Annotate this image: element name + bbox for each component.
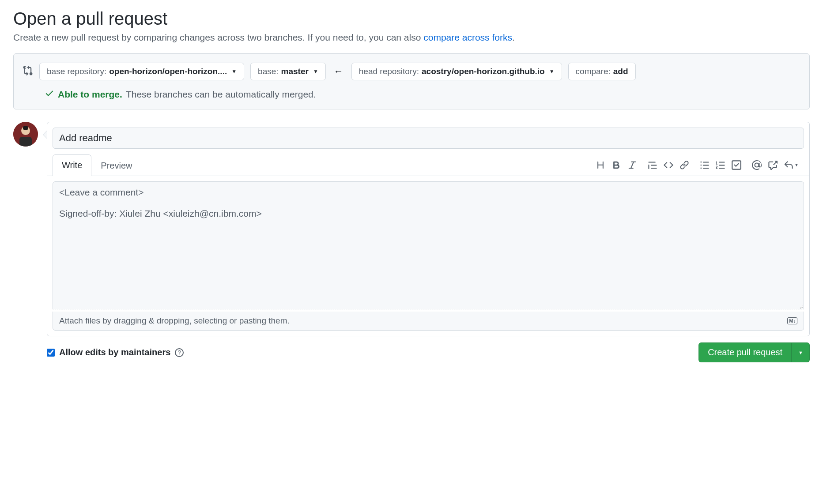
code-icon[interactable] [664,160,673,170]
tasklist-icon[interactable] [732,160,741,170]
comment-container: Write Preview [47,122,810,362]
create-pr-button[interactable]: Create pull request [698,342,792,362]
compare-row: base repository: open-horizon/open-horiz… [23,63,800,80]
heading-icon[interactable] [596,160,605,170]
compare-branch-selector[interactable]: compare: add [568,63,636,80]
bold-icon[interactable] [612,160,621,170]
italic-icon[interactable] [627,160,637,170]
markdown-icon[interactable]: M↓ [787,317,797,324]
allow-edits-checkbox[interactable] [47,349,55,357]
pr-comment-textarea[interactable] [53,181,804,309]
subtitle-text: Create a new pull request by comparing c… [13,32,423,42]
git-compare-icon [23,65,33,78]
merge-able-text: Able to merge. [58,89,122,100]
page-title: Open a pull request [13,9,810,29]
list-unordered-icon[interactable] [700,160,710,170]
page-subtitle: Create a new pull request by comparing c… [13,32,810,43]
merge-rest-text: These branches can be automatically merg… [126,89,316,100]
create-pr-group: Create pull request ▼ [698,342,810,362]
attach-bar[interactable]: Attach files by dragging & dropping, sel… [53,312,804,331]
caret-down-icon: ▼ [231,68,237,75]
create-pr-dropdown[interactable]: ▼ [792,342,810,362]
compare-box: base repository: open-horizon/open-horiz… [13,53,810,109]
quote-icon[interactable] [648,160,657,170]
pr-title-input[interactable] [53,128,804,149]
pr-body: Write Preview [13,122,810,362]
help-icon[interactable]: ? [175,348,184,357]
svg-rect-2 [19,137,32,147]
subtitle-suffix: . [512,32,515,42]
link-icon[interactable] [680,160,689,170]
comment-arrow [43,130,47,139]
tabs-row: Write Preview [47,154,809,176]
attach-hint: Attach files by dragging & dropping, sel… [59,316,290,326]
tab-preview[interactable]: Preview [91,155,141,176]
comment-box: Write Preview [47,122,810,336]
head-repo-selector[interactable]: head repository: acostry/open-horizon.gi… [351,63,562,80]
cross-reference-icon[interactable] [768,160,778,170]
footer-row: Allow edits by maintainers ? Create pull… [47,336,810,362]
caret-down-icon: ▼ [798,350,803,355]
mention-icon[interactable] [752,160,762,170]
check-icon [45,88,54,100]
avatar[interactable] [13,122,38,147]
merge-status: Able to merge. These branches can be aut… [45,88,800,100]
reply-icon[interactable]: ▼ [784,160,799,170]
allow-edits-text: Allow edits by maintainers [59,347,170,357]
list-ordered-icon[interactable] [716,160,725,170]
toolbar: ▼ [596,160,804,170]
caret-down-icon: ▼ [313,68,318,75]
caret-down-icon: ▼ [549,68,555,75]
tab-write[interactable]: Write [53,154,91,176]
svg-rect-3 [23,126,28,130]
compare-forks-link[interactable]: compare across forks [423,32,512,42]
base-branch-selector[interactable]: base: master ▼ [250,63,326,80]
base-repo-selector[interactable]: base repository: open-horizon/open-horiz… [39,63,244,80]
allow-edits-label[interactable]: Allow edits by maintainers ? [47,347,184,357]
arrow-left-icon: ← [332,66,345,77]
